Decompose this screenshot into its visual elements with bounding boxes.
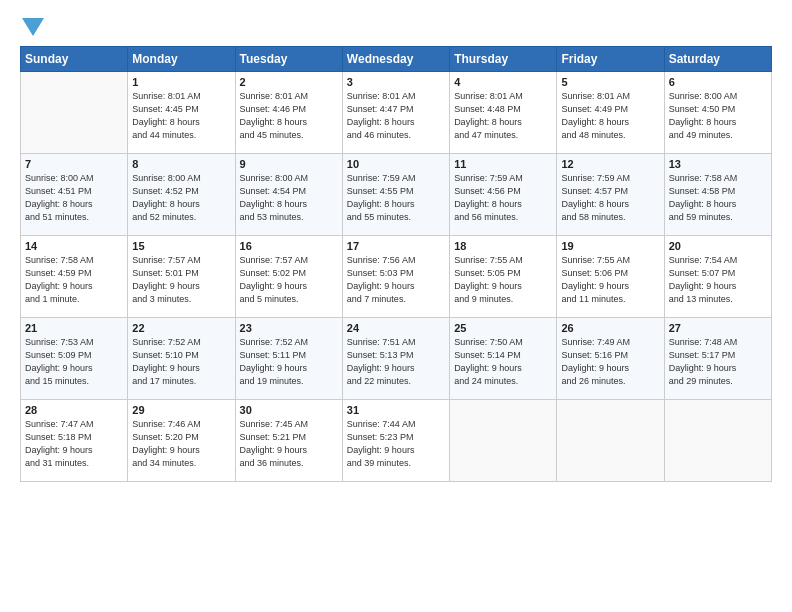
day-number: 26 [561, 322, 659, 334]
calendar-week-row: 14Sunrise: 7:58 AM Sunset: 4:59 PM Dayli… [21, 236, 772, 318]
day-info: Sunrise: 7:52 AM Sunset: 5:11 PM Dayligh… [240, 336, 338, 388]
day-info: Sunrise: 7:58 AM Sunset: 4:59 PM Dayligh… [25, 254, 123, 306]
day-number: 8 [132, 158, 230, 170]
day-info: Sunrise: 7:56 AM Sunset: 5:03 PM Dayligh… [347, 254, 445, 306]
day-info: Sunrise: 8:01 AM Sunset: 4:48 PM Dayligh… [454, 90, 552, 142]
day-number: 10 [347, 158, 445, 170]
weekday-header: Tuesday [235, 47, 342, 72]
svg-marker-0 [22, 18, 44, 36]
day-number: 5 [561, 76, 659, 88]
calendar-cell: 10Sunrise: 7:59 AM Sunset: 4:55 PM Dayli… [342, 154, 449, 236]
day-info: Sunrise: 7:53 AM Sunset: 5:09 PM Dayligh… [25, 336, 123, 388]
day-number: 28 [25, 404, 123, 416]
day-info: Sunrise: 8:01 AM Sunset: 4:49 PM Dayligh… [561, 90, 659, 142]
day-info: Sunrise: 7:57 AM Sunset: 5:02 PM Dayligh… [240, 254, 338, 306]
day-number: 18 [454, 240, 552, 252]
weekday-header: Wednesday [342, 47, 449, 72]
day-info: Sunrise: 7:54 AM Sunset: 5:07 PM Dayligh… [669, 254, 767, 306]
header [20, 16, 772, 36]
day-number: 20 [669, 240, 767, 252]
calendar-header-row: SundayMondayTuesdayWednesdayThursdayFrid… [21, 47, 772, 72]
calendar-cell [664, 400, 771, 482]
calendar-body: 1Sunrise: 8:01 AM Sunset: 4:45 PM Daylig… [21, 72, 772, 482]
day-number: 7 [25, 158, 123, 170]
day-info: Sunrise: 7:45 AM Sunset: 5:21 PM Dayligh… [240, 418, 338, 470]
calendar-week-row: 7Sunrise: 8:00 AM Sunset: 4:51 PM Daylig… [21, 154, 772, 236]
day-info: Sunrise: 8:00 AM Sunset: 4:51 PM Dayligh… [25, 172, 123, 224]
calendar-week-row: 21Sunrise: 7:53 AM Sunset: 5:09 PM Dayli… [21, 318, 772, 400]
day-number: 27 [669, 322, 767, 334]
day-number: 23 [240, 322, 338, 334]
day-info: Sunrise: 7:55 AM Sunset: 5:06 PM Dayligh… [561, 254, 659, 306]
day-number: 12 [561, 158, 659, 170]
calendar-cell: 16Sunrise: 7:57 AM Sunset: 5:02 PM Dayli… [235, 236, 342, 318]
day-info: Sunrise: 7:58 AM Sunset: 4:58 PM Dayligh… [669, 172, 767, 224]
logo-arrow-icon [22, 18, 44, 36]
day-number: 1 [132, 76, 230, 88]
day-number: 31 [347, 404, 445, 416]
calendar-cell: 8Sunrise: 8:00 AM Sunset: 4:52 PM Daylig… [128, 154, 235, 236]
day-info: Sunrise: 8:01 AM Sunset: 4:46 PM Dayligh… [240, 90, 338, 142]
day-info: Sunrise: 8:01 AM Sunset: 4:47 PM Dayligh… [347, 90, 445, 142]
calendar-cell: 30Sunrise: 7:45 AM Sunset: 5:21 PM Dayli… [235, 400, 342, 482]
day-number: 14 [25, 240, 123, 252]
calendar-cell: 20Sunrise: 7:54 AM Sunset: 5:07 PM Dayli… [664, 236, 771, 318]
day-info: Sunrise: 7:59 AM Sunset: 4:57 PM Dayligh… [561, 172, 659, 224]
day-info: Sunrise: 7:57 AM Sunset: 5:01 PM Dayligh… [132, 254, 230, 306]
calendar-cell: 26Sunrise: 7:49 AM Sunset: 5:16 PM Dayli… [557, 318, 664, 400]
calendar-cell: 18Sunrise: 7:55 AM Sunset: 5:05 PM Dayli… [450, 236, 557, 318]
weekday-header: Sunday [21, 47, 128, 72]
day-number: 15 [132, 240, 230, 252]
calendar-cell: 7Sunrise: 8:00 AM Sunset: 4:51 PM Daylig… [21, 154, 128, 236]
calendar-cell: 6Sunrise: 8:00 AM Sunset: 4:50 PM Daylig… [664, 72, 771, 154]
page-container: SundayMondayTuesdayWednesdayThursdayFrid… [0, 0, 792, 492]
calendar-cell: 11Sunrise: 7:59 AM Sunset: 4:56 PM Dayli… [450, 154, 557, 236]
day-info: Sunrise: 8:00 AM Sunset: 4:50 PM Dayligh… [669, 90, 767, 142]
calendar-cell: 29Sunrise: 7:46 AM Sunset: 5:20 PM Dayli… [128, 400, 235, 482]
calendar-cell [21, 72, 128, 154]
day-info: Sunrise: 8:00 AM Sunset: 4:54 PM Dayligh… [240, 172, 338, 224]
day-info: Sunrise: 7:59 AM Sunset: 4:55 PM Dayligh… [347, 172, 445, 224]
day-number: 4 [454, 76, 552, 88]
day-number: 6 [669, 76, 767, 88]
calendar-cell: 25Sunrise: 7:50 AM Sunset: 5:14 PM Dayli… [450, 318, 557, 400]
day-number: 13 [669, 158, 767, 170]
day-number: 29 [132, 404, 230, 416]
day-info: Sunrise: 7:48 AM Sunset: 5:17 PM Dayligh… [669, 336, 767, 388]
day-number: 30 [240, 404, 338, 416]
calendar-cell: 9Sunrise: 8:00 AM Sunset: 4:54 PM Daylig… [235, 154, 342, 236]
day-number: 2 [240, 76, 338, 88]
calendar-cell [450, 400, 557, 482]
day-number: 21 [25, 322, 123, 334]
day-number: 3 [347, 76, 445, 88]
calendar-cell: 4Sunrise: 8:01 AM Sunset: 4:48 PM Daylig… [450, 72, 557, 154]
calendar-cell: 21Sunrise: 7:53 AM Sunset: 5:09 PM Dayli… [21, 318, 128, 400]
day-number: 17 [347, 240, 445, 252]
day-number: 9 [240, 158, 338, 170]
calendar-cell: 28Sunrise: 7:47 AM Sunset: 5:18 PM Dayli… [21, 400, 128, 482]
calendar-cell: 14Sunrise: 7:58 AM Sunset: 4:59 PM Dayli… [21, 236, 128, 318]
calendar-cell: 19Sunrise: 7:55 AM Sunset: 5:06 PM Dayli… [557, 236, 664, 318]
day-info: Sunrise: 7:49 AM Sunset: 5:16 PM Dayligh… [561, 336, 659, 388]
day-number: 22 [132, 322, 230, 334]
day-number: 19 [561, 240, 659, 252]
day-number: 24 [347, 322, 445, 334]
calendar-week-row: 28Sunrise: 7:47 AM Sunset: 5:18 PM Dayli… [21, 400, 772, 482]
day-number: 16 [240, 240, 338, 252]
calendar-cell: 23Sunrise: 7:52 AM Sunset: 5:11 PM Dayli… [235, 318, 342, 400]
day-number: 25 [454, 322, 552, 334]
calendar-week-row: 1Sunrise: 8:01 AM Sunset: 4:45 PM Daylig… [21, 72, 772, 154]
logo [20, 16, 44, 36]
day-info: Sunrise: 7:55 AM Sunset: 5:05 PM Dayligh… [454, 254, 552, 306]
day-info: Sunrise: 7:47 AM Sunset: 5:18 PM Dayligh… [25, 418, 123, 470]
calendar-cell: 13Sunrise: 7:58 AM Sunset: 4:58 PM Dayli… [664, 154, 771, 236]
weekday-header: Monday [128, 47, 235, 72]
calendar-cell: 17Sunrise: 7:56 AM Sunset: 5:03 PM Dayli… [342, 236, 449, 318]
day-info: Sunrise: 8:00 AM Sunset: 4:52 PM Dayligh… [132, 172, 230, 224]
calendar-cell: 1Sunrise: 8:01 AM Sunset: 4:45 PM Daylig… [128, 72, 235, 154]
weekday-header: Saturday [664, 47, 771, 72]
day-number: 11 [454, 158, 552, 170]
day-info: Sunrise: 7:59 AM Sunset: 4:56 PM Dayligh… [454, 172, 552, 224]
calendar-cell: 5Sunrise: 8:01 AM Sunset: 4:49 PM Daylig… [557, 72, 664, 154]
calendar-cell: 27Sunrise: 7:48 AM Sunset: 5:17 PM Dayli… [664, 318, 771, 400]
